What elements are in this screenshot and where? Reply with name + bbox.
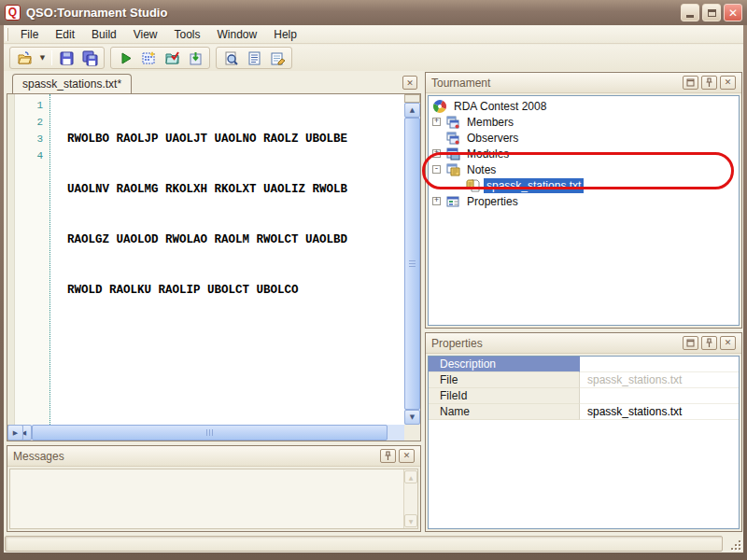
tree-node-notes[interactable]: - Notes xyxy=(429,161,739,177)
tree-node-label[interactable]: Observers xyxy=(464,131,521,146)
close-panel-button[interactable]: ✕ xyxy=(720,76,736,90)
search-document-icon xyxy=(223,50,239,66)
close-icon: ✕ xyxy=(406,78,414,88)
menu-window[interactable]: Window xyxy=(209,26,266,43)
menu-file[interactable]: File xyxy=(12,26,47,43)
scroll-down-button[interactable]: ▼ xyxy=(404,410,420,425)
report-document-icon xyxy=(247,50,262,66)
app-logo-icon: Q xyxy=(5,5,21,21)
property-value[interactable] xyxy=(580,357,739,372)
resize-grip[interactable] xyxy=(729,539,741,551)
properties-header[interactable]: Properties ✕ xyxy=(426,333,741,354)
import-button[interactable] xyxy=(186,49,204,67)
property-name[interactable]: Name xyxy=(429,404,580,420)
pin-button[interactable] xyxy=(701,76,717,90)
scroll-right-button[interactable]: ▶ xyxy=(7,425,23,441)
schedule-icon xyxy=(141,50,157,66)
tournament-header[interactable]: Tournament ✕ xyxy=(426,73,741,93)
close-icon: ✕ xyxy=(725,339,732,347)
menubar-grip[interactable] xyxy=(6,28,8,41)
scroll-down-button[interactable]: ▼ xyxy=(404,514,417,527)
pin-button[interactable] xyxy=(380,449,396,463)
properties-node-icon xyxy=(445,194,460,209)
save-button[interactable] xyxy=(57,49,76,67)
close-panel-button[interactable]: ✕ xyxy=(399,449,415,463)
close-button[interactable]: ✕ xyxy=(724,4,742,21)
property-name[interactable]: FileId xyxy=(429,388,580,404)
run-button[interactable] xyxy=(116,49,134,67)
document-properties-button[interactable] xyxy=(268,49,287,67)
property-row-name[interactable]: Name spassk_stations.txt xyxy=(429,404,739,420)
vertical-splitter-box[interactable] xyxy=(404,94,420,103)
pin-button[interactable] xyxy=(701,336,717,350)
expand-icon[interactable]: + xyxy=(432,149,441,158)
close-icon: ✕ xyxy=(728,7,738,19)
tree-node-properties[interactable]: + Properties xyxy=(429,193,739,209)
pin-icon xyxy=(705,338,713,348)
messages-panel: Messages ✕ ▲ ▼ xyxy=(7,445,421,532)
tournament-tree[interactable]: RDA Contest 2008 + Members xyxy=(428,95,740,326)
float-button[interactable] xyxy=(683,76,698,90)
property-value[interactable]: spassk_stations.txt xyxy=(580,404,739,420)
tree-node-label[interactable]: Modules xyxy=(464,147,512,161)
tree-node-members[interactable]: + Members xyxy=(429,114,739,130)
property-value[interactable]: spassk_stations.txt xyxy=(580,372,739,388)
messages-content[interactable]: ▲ ▼ xyxy=(9,469,418,529)
menu-tools[interactable]: Tools xyxy=(166,26,209,43)
minimize-icon xyxy=(686,15,694,18)
code-line: RAOLGZ UAOLOD RWOLAO RAOLM RWOLCT UAOLBD xyxy=(67,231,404,248)
horizontal-scroll-thumb[interactable] xyxy=(32,425,388,441)
property-row-fileid[interactable]: FileId xyxy=(429,388,739,404)
tournament-panel: Tournament ✕ xyxy=(425,72,742,329)
float-button[interactable] xyxy=(683,336,698,350)
editor-horizontal-scrollbar[interactable]: ◀ ▶ xyxy=(7,425,404,441)
open-folder-button[interactable] xyxy=(15,49,34,67)
vertical-scroll-thumb[interactable] xyxy=(404,118,420,410)
tree-node-label[interactable]: Members xyxy=(464,115,516,130)
schedule-button[interactable] xyxy=(139,49,158,67)
menu-help[interactable]: Help xyxy=(265,26,305,43)
chevron-down-icon: ▼ xyxy=(40,54,45,62)
report-button[interactable] xyxy=(245,49,263,67)
property-row-file[interactable]: File spassk_stations.txt xyxy=(429,372,739,388)
search-document-button[interactable] xyxy=(221,49,240,67)
tournament-icon xyxy=(432,99,447,114)
property-row-description[interactable]: Description xyxy=(429,357,739,372)
notes-icon xyxy=(445,162,460,177)
title-bar[interactable]: Q QSO:Tournament Studio ✕ xyxy=(0,0,747,25)
tab-spassk-stations[interactable]: spassk_stations.txt* xyxy=(12,74,132,93)
close-panel-button[interactable]: ✕ xyxy=(720,336,736,350)
code-area[interactable]: 1 2 3 4 RWOLBO RAOLJP UAOLJT UAOLNO RAOL… xyxy=(7,94,404,425)
menu-edit[interactable]: Edit xyxy=(47,26,83,43)
code-text[interactable]: RWOLBO RAOLJP UAOLJT UAOLNO RAOLZ UBOLBE… xyxy=(50,94,404,425)
expand-icon[interactable]: + xyxy=(432,197,441,205)
tree-node-spassk-stations[interactable]: spassk_stations.txt xyxy=(429,177,739,193)
scroll-up-button[interactable]: ▲ xyxy=(404,103,420,118)
open-dropdown-button[interactable]: ▼ xyxy=(38,49,47,67)
scroll-up-button[interactable]: ▲ xyxy=(404,470,417,483)
collapse-icon[interactable]: - xyxy=(432,165,441,174)
tree-node-modules[interactable]: + Modules xyxy=(429,146,739,161)
tree-node-observers[interactable]: Observers xyxy=(429,130,739,146)
save-all-button[interactable] xyxy=(80,49,99,67)
property-grid[interactable]: Description File spassk_stations.txt Fil… xyxy=(428,356,740,529)
tree-node-root[interactable]: RDA Contest 2008 xyxy=(429,98,739,114)
messages-header[interactable]: Messages ✕ xyxy=(7,446,420,467)
tab-close-button[interactable]: ✕ xyxy=(402,76,417,90)
property-value[interactable] xyxy=(580,388,739,404)
expand-icon[interactable]: + xyxy=(432,118,441,126)
validate-button[interactable] xyxy=(162,49,181,67)
maximize-button[interactable] xyxy=(702,4,721,21)
tree-node-label[interactable]: Notes xyxy=(464,162,499,177)
property-name[interactable]: Description xyxy=(429,357,580,372)
menu-build[interactable]: Build xyxy=(83,26,125,43)
app-window: Q QSO:Tournament Studio ✕ File Edit Buil… xyxy=(0,0,747,560)
property-name[interactable]: File xyxy=(429,372,580,388)
tree-node-label[interactable]: Properties xyxy=(464,194,521,209)
tree-node-label-selected[interactable]: spassk_stations.txt xyxy=(484,178,584,193)
menu-view[interactable]: View xyxy=(125,26,166,43)
minimize-button[interactable] xyxy=(681,4,699,21)
tree-node-label[interactable]: RDA Contest 2008 xyxy=(451,99,549,114)
messages-scrollbar[interactable]: ▲ ▼ xyxy=(403,469,417,528)
editor-vertical-scrollbar[interactable]: ▲ ▼ xyxy=(404,94,420,425)
